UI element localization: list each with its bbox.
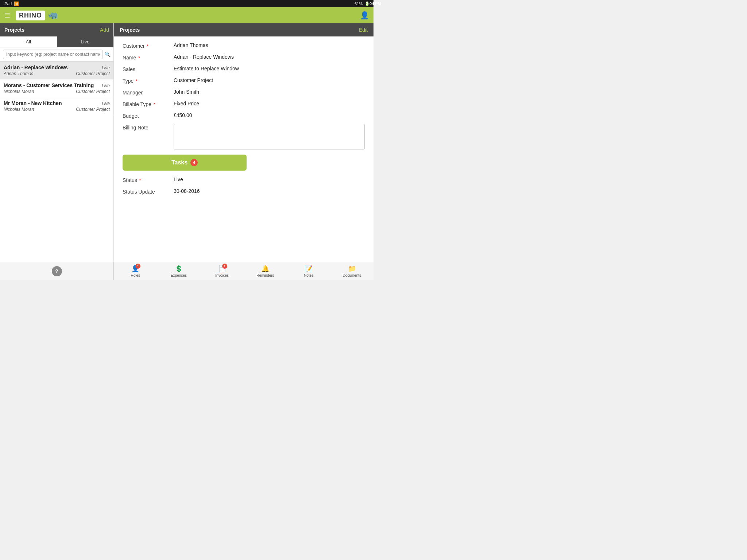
tab-notes[interactable]: 📝 Notes (287, 262, 330, 280)
filter-tab-all[interactable]: All (0, 36, 57, 47)
project-type: Customer Project (76, 107, 110, 112)
tab-reminders[interactable]: 🔔 Reminders (244, 262, 287, 280)
add-button[interactable]: Add (100, 27, 109, 33)
label-manager: Manager (123, 89, 174, 96)
tasks-label: Tasks (171, 159, 187, 166)
project-status: Live (102, 101, 110, 106)
top-nav: ☰ RHINO 🦏 👤 (0, 7, 374, 23)
filter-tabs: All Live (0, 36, 113, 47)
help-button[interactable]: ? (52, 266, 62, 276)
value-status-update: 30-08-2016 (174, 188, 365, 194)
detail-row-sales: Sales Estimate to Replace Window (123, 66, 365, 72)
hamburger-icon[interactable]: ☰ (4, 11, 10, 19)
label-status: Status * (123, 176, 174, 183)
label-budget: Budget (123, 112, 174, 119)
required-star: * (139, 178, 141, 183)
label-billing-note: Billing Note (123, 124, 174, 131)
project-type: Customer Project (76, 71, 110, 76)
detail-content: Customer * Adrian Thomas Name * Adrian -… (114, 36, 374, 262)
detail-row-status: Status * Live (123, 176, 365, 183)
detail-row-billing-note: Billing Note (123, 124, 365, 149)
tab-documents[interactable]: 📁 Documents (330, 262, 374, 280)
project-list: Adrian - Replace Windows Live Adrian Tho… (0, 62, 113, 262)
detail-row-manager: Manager John Smith (123, 89, 365, 96)
project-name: Mr Moran - New Kitchen (4, 100, 62, 106)
expenses-label: Expenses (171, 273, 187, 277)
documents-label: Documents (342, 273, 361, 277)
logo-area: ☰ RHINO 🦏 (4, 11, 58, 20)
status-bar-time: 3:04 PM (366, 1, 374, 6)
value-billable-type: Fixed Price (174, 101, 365, 106)
value-customer: Adrian Thomas (174, 42, 365, 48)
value-name: Adrian - Replace Windows (174, 54, 365, 60)
value-type: Customer Project (174, 77, 365, 83)
reminders-icon: 🔔 (261, 265, 269, 273)
value-manager: John Smith (174, 89, 365, 95)
roles-badge: 1 (135, 264, 140, 269)
label-name: Name * (123, 54, 174, 61)
search-bar: 🔍 (0, 47, 113, 62)
rhino-icon: 🦏 (48, 11, 58, 20)
status-bar-left: iPad 📶 (4, 1, 19, 6)
left-panel: Projects Add All Live 🔍 Adrian - Replace… (0, 23, 114, 262)
detail-row-budget: Budget £450.00 (123, 112, 365, 119)
left-header: Projects Add (0, 23, 113, 36)
detail-row-billable-type: Billable Type * Fixed Price (123, 101, 365, 107)
battery-label: 61% (355, 1, 363, 6)
list-item[interactable]: Adrian - Replace Windows Live Adrian Tho… (0, 62, 113, 79)
required-star: * (147, 44, 149, 49)
project-status: Live (102, 65, 110, 70)
detail-row-status-update: Status Update 30-08-2016 (123, 188, 365, 195)
list-item[interactable]: Mr Moran - New Kitchen Live Nicholas Mor… (0, 97, 113, 115)
documents-icon: 📁 (348, 265, 356, 273)
invoices-badge: 1 (222, 264, 227, 269)
project-type: Customer Project (76, 89, 110, 94)
project-contact: Adrian Thomas (4, 71, 33, 76)
bottom-bar: ? 1 👤 Roles 💲 Expenses 1 📄 Invoices 🔔 Re… (0, 262, 374, 280)
search-icon[interactable]: 🔍 (104, 51, 111, 57)
project-contact: Nicholas Moran (4, 89, 34, 94)
detail-row-type: Type * Customer Project (123, 77, 365, 84)
filter-tab-live[interactable]: Live (57, 36, 114, 47)
edit-button[interactable]: Edit (359, 27, 368, 33)
value-budget: £450.00 (174, 112, 365, 118)
bottom-bar-left: ? (0, 262, 114, 280)
logo-text: RHINO (16, 11, 45, 20)
bottom-tabs: 1 👤 Roles 💲 Expenses 1 📄 Invoices 🔔 Remi… (114, 262, 374, 280)
project-status: Live (102, 83, 110, 88)
user-icon[interactable]: 👤 (360, 11, 369, 20)
right-panel: Projects Edit Customer * Adrian Thomas N… (114, 23, 374, 262)
main-content: Projects Add All Live 🔍 Adrian - Replace… (0, 23, 374, 262)
right-header: Projects Edit (114, 23, 374, 36)
project-name: Morans - Customer Services Training (4, 82, 94, 88)
status-bar: iPad 📶 3:04 PM 61% 🔋 (0, 0, 374, 7)
tab-expenses[interactable]: 💲 Expenses (157, 262, 201, 280)
tasks-button[interactable]: Tasks 4 (123, 155, 247, 171)
detail-row-name: Name * Adrian - Replace Windows (123, 54, 365, 61)
label-billable-type: Billable Type * (123, 101, 174, 107)
invoices-label: Invoices (215, 273, 229, 277)
search-input[interactable] (3, 50, 103, 59)
required-star: * (138, 55, 140, 61)
tab-invoices[interactable]: 1 📄 Invoices (200, 262, 244, 280)
right-panel-title: Projects (120, 27, 140, 33)
project-name: Adrian - Replace Windows (4, 65, 68, 70)
left-panel-title: Projects (4, 27, 24, 33)
device-label: iPad (4, 1, 12, 6)
expenses-icon: 💲 (175, 265, 183, 273)
detail-row-customer: Customer * Adrian Thomas (123, 42, 365, 49)
list-item[interactable]: Morans - Customer Services Training Live… (0, 79, 113, 97)
billing-note-input[interactable] (174, 124, 365, 149)
required-star: * (154, 102, 155, 107)
label-sales: Sales (123, 66, 174, 72)
roles-label: Roles (131, 273, 140, 277)
project-contact: Nicholas Moran (4, 107, 34, 112)
required-star: * (136, 79, 138, 84)
tab-roles[interactable]: 1 👤 Roles (114, 262, 157, 280)
label-type: Type * (123, 77, 174, 84)
reminders-label: Reminders (256, 273, 274, 277)
value-status: Live (174, 176, 365, 182)
wifi-icon: 📶 (14, 1, 19, 6)
value-sales: Estimate to Replace Window (174, 66, 365, 71)
label-customer: Customer * (123, 42, 174, 49)
